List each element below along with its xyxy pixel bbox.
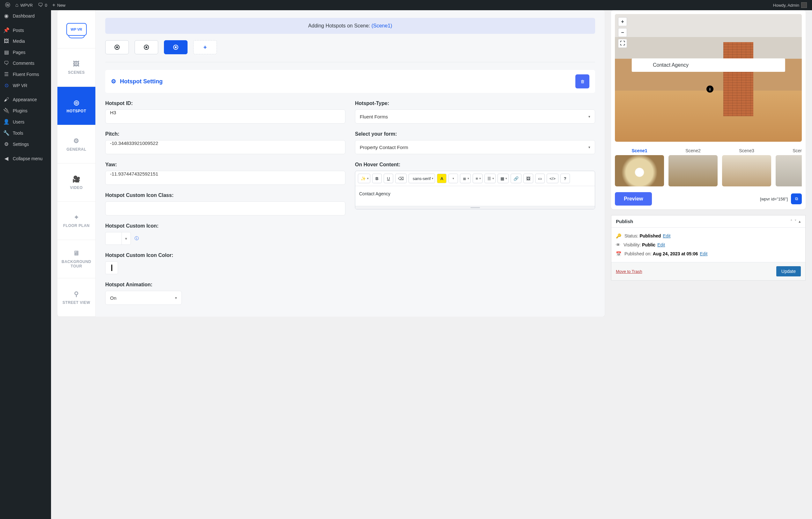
tab-hotspot[interactable]: ◎HOTSPOT	[57, 87, 95, 125]
caret-up-icon[interactable]: ▴	[799, 219, 801, 224]
code-button[interactable]: </>	[547, 174, 558, 183]
edit-visibility-link[interactable]: Edit	[657, 242, 665, 247]
menu-tools[interactable]: 🔧Tools	[0, 127, 51, 139]
animation-select[interactable]: On▾	[105, 291, 182, 305]
editor-content[interactable]: Contact Agency	[355, 186, 595, 206]
video-button[interactable]: ▭	[535, 174, 545, 183]
image-button[interactable]: 🖼	[523, 174, 533, 183]
editor-resize-handle[interactable]	[355, 206, 595, 209]
bold-button[interactable]: B	[372, 174, 382, 183]
hotspot-tab-2[interactable]	[135, 40, 158, 54]
scene-thumb-1[interactable]: Scene1	[615, 148, 664, 186]
help-button[interactable]: ?	[560, 174, 570, 183]
hotspot-setting-header: ⚙Hotspot Setting 🗑	[105, 70, 595, 93]
site-home[interactable]: ⌂WPVR	[13, 0, 35, 10]
monitor-icon: 🖥	[73, 250, 80, 257]
user-icon: 👤	[3, 119, 9, 125]
pitch-input[interactable]: -10.344833921009522	[105, 140, 345, 154]
panorama-preview[interactable]: + − ⛶ Contact Agency i	[615, 14, 802, 142]
underline-button[interactable]: U	[384, 174, 393, 183]
menu-dashboard[interactable]: ◉Dashboard	[0, 10, 51, 21]
editor-toolbar: ✨▾ B U ⌫ sans-serif▾ A ▾ ≣▾ ≡▾ ☰▾ ▦▾	[355, 171, 595, 186]
tab-video[interactable]: 🎥VIDEO	[57, 163, 95, 202]
tab-floor-plan[interactable]: ⌖FLOOR PLAN	[57, 202, 95, 240]
eraser-icon: ⌫	[398, 176, 404, 181]
list-ul-icon: ≣	[463, 176, 466, 181]
menu-users[interactable]: 👤Users	[0, 116, 51, 127]
color-picker[interactable]	[105, 262, 118, 274]
fullscreen-button[interactable]: ⛶	[618, 39, 627, 48]
scene-link[interactable]: (Scene1)	[372, 23, 392, 28]
hotspot-tab-3[interactable]	[164, 40, 187, 54]
update-button[interactable]: Update	[776, 266, 801, 276]
tab-scenes[interactable]: 🖼SCENES	[57, 49, 95, 87]
chevron-down-icon[interactable]: ˅	[794, 219, 797, 224]
tab-street-view[interactable]: ⚲STREET VIEW	[57, 278, 95, 317]
link-button[interactable]: 🔗	[511, 174, 521, 183]
form-select[interactable]: Property Contact Form▾	[355, 140, 595, 154]
wp-logo[interactable]: ⓦ	[3, 0, 13, 10]
yaw-input[interactable]: -11.937447432592151	[105, 171, 345, 185]
copy-shortcode-button[interactable]: ⧉	[791, 193, 802, 204]
menu-settings[interactable]: ⚙Settings	[0, 139, 51, 150]
hotspot-tab-1[interactable]	[105, 40, 129, 54]
form-icon: ☰	[3, 71, 9, 77]
hotspot-type-select[interactable]: Fluent Forms▾	[355, 109, 595, 124]
tab-general[interactable]: ⚙GENERAL	[57, 125, 95, 163]
text-color-dd[interactable]: ▾	[448, 174, 458, 183]
comments-bubble[interactable]: 🗨0	[35, 0, 50, 10]
link-icon: 🔗	[514, 176, 519, 181]
account-menu[interactable]: Howdy, Admin	[771, 0, 809, 10]
menu-comments[interactable]: 🗨Comments	[0, 58, 51, 69]
table-button[interactable]: ▦▾	[497, 174, 509, 183]
move-to-trash-link[interactable]: Move to Trash	[616, 269, 642, 274]
icon-picker[interactable]: ▾	[105, 232, 131, 245]
menu-wpvr[interactable]: ⊙WP VR	[0, 80, 51, 91]
scene-thumb-4[interactable]: Scene4	[776, 148, 802, 186]
font-family-select[interactable]: sans-serif▾	[409, 174, 435, 183]
magic-button[interactable]: ✨▾	[358, 174, 370, 183]
zoom-out-button[interactable]: −	[618, 28, 627, 37]
menu-plugins[interactable]: 🔌Plugins	[0, 105, 51, 116]
hover-label: On Hover Content:	[355, 162, 595, 168]
wpvr-editor: WP VR 🖼SCENES ◎HOTSPOT ⚙GENERAL 🎥VIDEO ⌖…	[57, 10, 605, 317]
preview-panel: + − ⛶ Contact Agency i Scene1 Scene2 Sce…	[611, 10, 806, 209]
field-custom-icon-class: Hotspot Custom Icon Class:	[105, 192, 345, 215]
delete-hotspot-button[interactable]: 🗑	[575, 74, 589, 88]
menu-collapse[interactable]: ◀Collapse menu	[0, 153, 51, 164]
media-icon: 🖾	[3, 38, 9, 44]
custom-icon-class-input[interactable]	[105, 201, 345, 215]
menu-media[interactable]: 🖾Media	[0, 36, 51, 47]
custom-icon-class-label: Hotspot Custom Icon Class:	[105, 192, 345, 198]
hotspot-tab-add[interactable]: +	[193, 40, 217, 54]
edit-date-link[interactable]: Edit	[700, 251, 707, 256]
menu-fluent-forms[interactable]: ☰Fluent Forms	[0, 69, 51, 80]
field-custom-icon: Hotspot Custom Icon: ▾ ⓘ	[105, 223, 345, 245]
comments-count: 0	[45, 3, 47, 8]
eraser-button[interactable]: ⌫	[395, 174, 407, 183]
chevron-down-icon: ▾	[432, 177, 433, 180]
zoom-in-button[interactable]: +	[618, 17, 627, 26]
new-content[interactable]: +New	[50, 0, 68, 10]
scene-thumb-3[interactable]: Scene3	[722, 148, 771, 186]
menu-pages[interactable]: ▤Pages	[0, 47, 51, 58]
hotspot-id-input[interactable]: H3	[105, 109, 345, 124]
hotspot-setting-title: Hotspot Setting	[120, 78, 163, 85]
tab-background-tour[interactable]: 🖥BACKGROUND TOUR	[57, 240, 95, 278]
text-color-button[interactable]: A	[437, 174, 446, 183]
info-hotspot[interactable]: i	[706, 85, 714, 92]
chevron-up-icon[interactable]: ˄	[790, 219, 792, 224]
edit-status-link[interactable]: Edit	[663, 233, 670, 239]
align-button[interactable]: ☰▾	[485, 174, 496, 183]
scene-thumb-2[interactable]: Scene2	[668, 148, 718, 186]
video-icon: ▭	[538, 176, 542, 181]
list-ul-button[interactable]: ≣▾	[460, 174, 471, 183]
trash-icon: 🗑	[580, 79, 585, 84]
preview-button[interactable]: Preview	[615, 192, 652, 206]
help-icon[interactable]: ⓘ	[135, 236, 139, 241]
menu-appearance[interactable]: 🖌Appearance	[0, 94, 51, 105]
field-hover-content: On Hover Content: ✨▾ B U ⌫ sans-serif▾ A…	[355, 162, 595, 274]
menu-posts[interactable]: 📌Posts	[0, 25, 51, 36]
list-ol-button[interactable]: ≡▾	[473, 174, 483, 183]
rich-editor: ✨▾ B U ⌫ sans-serif▾ A ▾ ≣▾ ≡▾ ☰▾ ▦▾	[355, 171, 595, 209]
